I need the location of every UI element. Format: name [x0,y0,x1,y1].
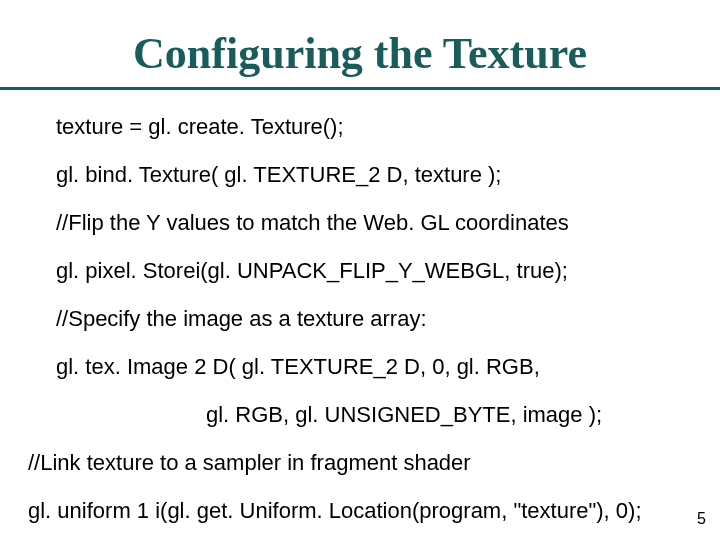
slide-title: Configuring the Texture [0,0,720,87]
code-line: //Link texture to a sampler in fragment … [28,450,720,476]
code-line: gl. bind. Texture( gl. TEXTURE_2 D, text… [56,162,720,188]
code-line: gl. pixel. Storei(gl. UNPACK_FLIP_Y_WEBG… [56,258,720,284]
code-line: gl. tex. Image 2 D( gl. TEXTURE_2 D, 0, … [56,354,720,380]
code-content-bottom: //Link texture to a sampler in fragment … [0,450,720,524]
code-line: gl. RGB, gl. UNSIGNED_BYTE, image ); [56,402,720,428]
code-line: texture = gl. create. Texture(); [56,114,720,140]
code-line: gl. uniform 1 i(gl. get. Uniform. Locati… [28,498,720,524]
code-line: //Flip the Y values to match the Web. GL… [56,210,720,236]
page-number: 5 [697,510,706,528]
code-line: //Specify the image as a texture array: [56,306,720,332]
code-content: texture = gl. create. Texture(); gl. bin… [0,90,720,428]
